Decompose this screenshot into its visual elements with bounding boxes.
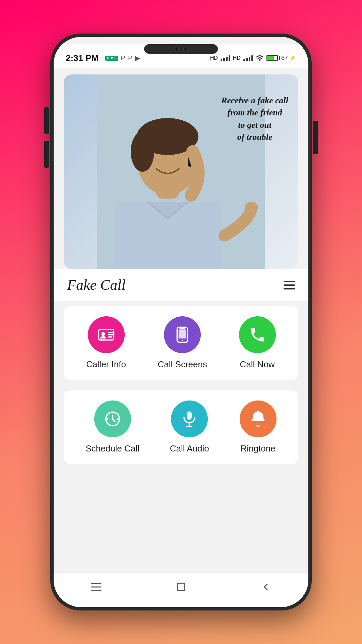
signal-bar-3: [226, 57, 228, 61]
app-content: Receive a fake call from the friend to g…: [54, 68, 308, 607]
call-screens-icon-circle: [164, 316, 201, 353]
battery-icon: 67 ⚡: [266, 54, 296, 62]
signal-bar-4: [229, 55, 230, 61]
wifi-icon: [256, 54, 264, 62]
id-card-icon: [97, 326, 115, 344]
call-now-button[interactable]: Call Now: [239, 316, 276, 370]
nav-home-button[interactable]: [86, 577, 106, 597]
battery-percent: 67: [281, 55, 288, 62]
svg-point-24: [257, 411, 259, 413]
hamburger-nav-icon: [90, 581, 103, 593]
call-screens-label: Call Screens: [158, 359, 207, 370]
svg-point-10: [101, 332, 105, 336]
camera-dot: [174, 47, 179, 51]
svg-rect-28: [177, 583, 185, 591]
schedule-call-label: Schedule Call: [85, 443, 139, 454]
schedule-call-button[interactable]: Schedule Call: [85, 400, 139, 454]
caller-info-icon-circle: [88, 316, 125, 353]
phone-screen: 2:31 PM BOSS P P ▶ HD HD: [54, 37, 308, 607]
battery-body: [266, 55, 278, 61]
ringtone-label: Ringtone: [241, 443, 276, 454]
hamburger-menu-button[interactable]: [284, 281, 295, 289]
call-audio-icon-circle: [171, 400, 208, 437]
call-now-icon-circle: [239, 316, 276, 353]
app-title-bar: Fake Call: [54, 269, 308, 301]
signal-bars-1: [221, 55, 230, 61]
app-title: Fake Call: [67, 276, 126, 293]
sensor-dot: [183, 47, 188, 51]
signal-bar-6: [246, 58, 248, 61]
camera-notify-icon: ▶: [135, 54, 140, 62]
svg-rect-21: [187, 412, 192, 420]
signal-bars-2: [243, 55, 253, 61]
schedule-call-icon-circle: [94, 400, 131, 437]
menu-card-2: Schedule Call Call Audio: [64, 390, 298, 464]
menu-card-1: Caller Info Call Screens: [64, 306, 298, 380]
parking-icon: P: [121, 54, 125, 62]
charging-icon: ⚡: [289, 54, 296, 62]
phone-screen-icon: [173, 326, 191, 344]
notification-badge-1: BOSS: [105, 56, 118, 61]
svg-rect-15: [179, 329, 186, 338]
notch: [144, 44, 218, 54]
hero-image: Receive a fake call from the friend to g…: [64, 74, 298, 269]
signal-bar-2: [223, 58, 225, 61]
status-time: 2:31 PM: [66, 53, 99, 63]
call-audio-button[interactable]: Call Audio: [170, 400, 209, 454]
svg-point-8: [245, 202, 258, 212]
call-screens-button[interactable]: Call Screens: [158, 316, 207, 370]
nav-recents-button[interactable]: [171, 577, 191, 597]
ringtone-icon-circle: [240, 400, 277, 437]
signal-bar-5: [243, 59, 245, 61]
battery-fill: [267, 56, 274, 60]
svg-point-16: [182, 340, 183, 341]
phone-frame: 2:31 PM BOSS P P ▶ HD HD: [50, 34, 312, 610]
call-now-label: Call Now: [240, 359, 275, 370]
status-left-icons: BOSS P P ▶: [105, 54, 140, 62]
ringtone-button[interactable]: Ringtone: [240, 400, 277, 454]
hero-tagline: Receive a fake call from the friend to g…: [221, 95, 288, 144]
spacer: [54, 469, 308, 574]
battery-tip: [279, 56, 280, 60]
parking-icon-2: P: [128, 54, 132, 62]
volume-up-button[interactable]: [44, 107, 49, 134]
call-audio-label: Call Audio: [170, 443, 209, 454]
microphone-icon: [180, 410, 198, 428]
nav-back-button[interactable]: [256, 577, 276, 597]
square-nav-icon: [175, 581, 187, 593]
bottom-nav: [54, 574, 308, 607]
signal-bar-7: [249, 57, 250, 61]
signal-bar-8: [251, 55, 253, 61]
caller-info-label: Caller Info: [86, 359, 126, 370]
svg-point-6: [131, 131, 154, 172]
phone-call-icon: [248, 326, 266, 344]
clock-icon: [104, 410, 122, 428]
caller-info-button[interactable]: Caller Info: [86, 316, 126, 370]
hd-label-1: HD: [210, 55, 218, 61]
signal-bar-1: [221, 59, 222, 61]
hd-label-2: HD: [233, 55, 241, 61]
volume-down-button[interactable]: [44, 141, 49, 168]
bell-icon: [249, 410, 267, 428]
power-button[interactable]: [313, 121, 318, 154]
back-nav-icon: [260, 581, 272, 593]
status-right-icons: HD HD: [210, 54, 296, 62]
